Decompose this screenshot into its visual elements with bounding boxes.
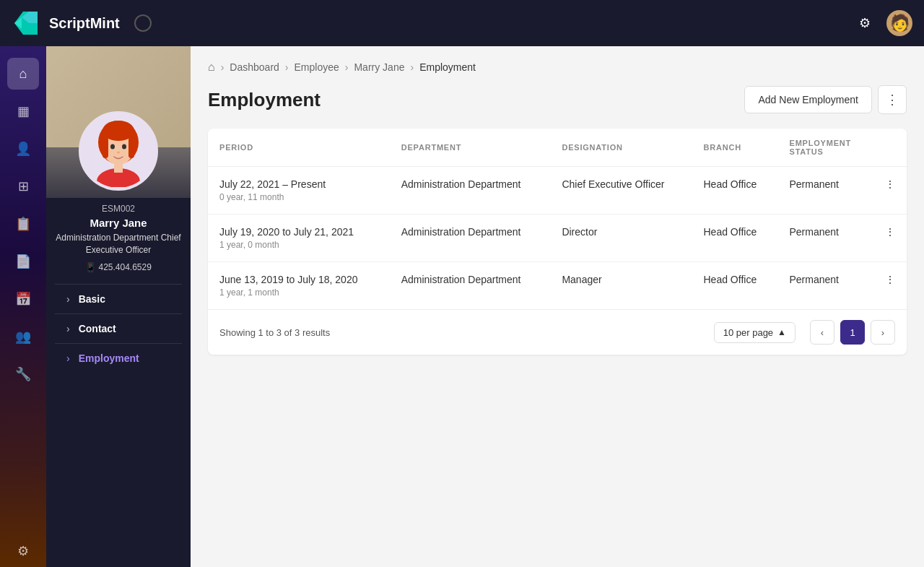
topbar-right: ⚙ 🧑 [852,10,912,36]
cell-department-0: Administration Department [390,167,551,215]
sidebar-item-team[interactable]: 👥 [7,321,39,352]
profile-nav-employment[interactable]: › Employment [55,343,182,373]
sidebar: ⌂ ▦ 👤 ⊞ 📋 📄 📅 👥 🔧 ⚙ [0,46,46,567]
cell-designation-2: Manager [550,262,692,310]
period-text: July 22, 2021 – Present [219,178,378,190]
sidebar-item-calendar[interactable]: 📅 [7,283,39,315]
breadcrumb-sep-1: › [221,61,225,73]
home-icon[interactable]: ⌂ [208,61,215,74]
period-text: July 19, 2020 to July 21, 2021 [219,226,378,238]
col-branch: BRANCH [692,129,778,167]
row-actions-0[interactable]: ⋮ [873,167,907,215]
col-designation: DESIGNATION [550,129,692,167]
page-header: Employment Add New Employment ⋮ [208,85,907,114]
svg-rect-12 [114,163,123,173]
breadcrumb-employment: Employment [419,61,476,73]
sidebar-item-clipboard[interactable]: 📋 [7,208,39,240]
cell-designation-1: Director [550,215,692,262]
nav-employment-label: Employment [79,352,139,364]
employee-name: Marry Jane [55,217,182,229]
cell-status-1: Permanent [778,215,874,262]
sidebar-item-tools[interactable]: 🔧 [7,358,39,390]
sidebar-item-settings[interactable]: ⚙ [7,535,39,567]
cell-period-0: July 22, 2021 – Present 0 year, 11 month [208,167,390,215]
per-page-select[interactable]: 10 per page ▲ [714,322,796,343]
user-avatar[interactable]: 🧑 [886,10,912,36]
cell-branch-0: Head Office [692,167,778,215]
cell-designation-0: Chief Executive Officer [550,167,692,215]
row-actions-1[interactable]: ⋮ [873,215,907,262]
chevron-right-icon: › [66,352,70,364]
topbar-left: ScriptMint [12,9,152,38]
period-duration: 1 year, 0 month [219,240,378,250]
sidebar-item-home[interactable]: ⌂ [7,58,39,90]
profile-bg [46,46,191,147]
profile-avatar [79,111,158,191]
pagination-bar: Showing 1 to 3 of 3 results 10 per page … [208,309,907,355]
more-options-button[interactable]: ⋮ [878,85,907,114]
employee-phone: 📱 425.404.6529 [55,262,182,272]
col-department: DEPARTMENT [390,129,551,167]
profile-panel: ESM002 Marry Jane Administration Departm… [46,46,191,567]
app-name: ScriptMint [49,15,120,32]
per-page-label: 10 per page [723,327,773,338]
employee-id: ESM002 [55,204,182,214]
header-actions: Add New Employment ⋮ [744,85,907,114]
next-page-button[interactable]: › [871,320,895,345]
table-header-row: PERIOD DEPARTMENT DESIGNATION BRANCH EMP… [208,129,907,167]
nav-basic-label: Basic [79,293,105,305]
profile-info: ESM002 Marry Jane Administration Departm… [46,198,191,567]
employment-table-container: PERIOD DEPARTMENT DESIGNATION BRANCH EMP… [208,129,907,355]
cell-period-2: June 13, 2019 to July 18, 2020 1 year, 1… [208,262,390,310]
chevron-up-icon: ▲ [777,327,786,337]
content-area: ⌂ › Dashboard › Employee › Marry Jane › … [191,46,924,567]
profile-nav-contact[interactable]: › Contact [55,313,182,343]
nav-contact-label: Contact [79,323,116,334]
status-indicator [134,14,152,32]
svg-point-8 [110,144,115,150]
svg-rect-7 [128,137,134,158]
sidebar-item-grid[interactable]: ▦ [7,95,39,127]
pagination-controls: 10 per page ▲ ‹ 1 › [714,320,895,345]
breadcrumb: ⌂ › Dashboard › Employee › Marry Jane › … [208,61,907,74]
col-actions [873,129,907,167]
sidebar-item-users[interactable]: 👤 [7,133,39,165]
table-row: July 22, 2021 – Present 0 year, 11 month… [208,167,907,215]
cell-branch-2: Head Office [692,262,778,310]
cell-branch-1: Head Office [692,215,778,262]
logo-icon [12,9,40,38]
topbar: ScriptMint ⚙ 🧑 [0,0,924,46]
svg-rect-6 [103,137,108,158]
svg-point-9 [122,144,126,150]
breadcrumb-sep-2: › [285,61,289,73]
page-title: Employment [208,89,321,111]
period-duration: 0 year, 11 month [219,192,378,202]
employee-role: Administration Department Chief Executiv… [55,232,182,256]
profile-nav-basic[interactable]: › Basic [55,284,182,313]
settings-button[interactable]: ⚙ [852,10,878,36]
breadcrumb-marry-jane[interactable]: Marry Jane [354,61,404,73]
period-duration: 1 year, 1 month [219,287,378,298]
chevron-right-icon: › [66,323,70,334]
cell-department-1: Administration Department [390,215,551,262]
add-employment-button[interactable]: Add New Employment [744,86,872,113]
main-content: ESM002 Marry Jane Administration Departm… [46,46,924,567]
col-period: PERIOD [208,129,390,167]
breadcrumb-employee[interactable]: Employee [295,61,339,73]
prev-page-button[interactable]: ‹ [810,320,834,345]
row-actions-2[interactable]: ⋮ [873,262,907,310]
chevron-right-icon: › [66,293,70,305]
cell-department-2: Administration Department [390,262,551,310]
sidebar-item-document[interactable]: 📄 [7,246,39,277]
breadcrumb-sep-4: › [410,61,414,73]
cell-status-2: Permanent [778,262,874,310]
svg-point-10 [117,152,120,154]
cell-period-1: July 19, 2020 to July 21, 2021 1 year, 0… [208,215,390,262]
period-text: June 13, 2019 to July 18, 2020 [219,274,378,285]
table-row: June 13, 2019 to July 18, 2020 1 year, 1… [208,262,907,310]
cell-status-0: Permanent [778,167,874,215]
table-row: July 19, 2020 to July 21, 2021 1 year, 0… [208,215,907,262]
sidebar-item-table[interactable]: ⊞ [7,170,39,202]
breadcrumb-dashboard[interactable]: Dashboard [230,61,279,73]
page-1-button[interactable]: 1 [840,320,865,345]
